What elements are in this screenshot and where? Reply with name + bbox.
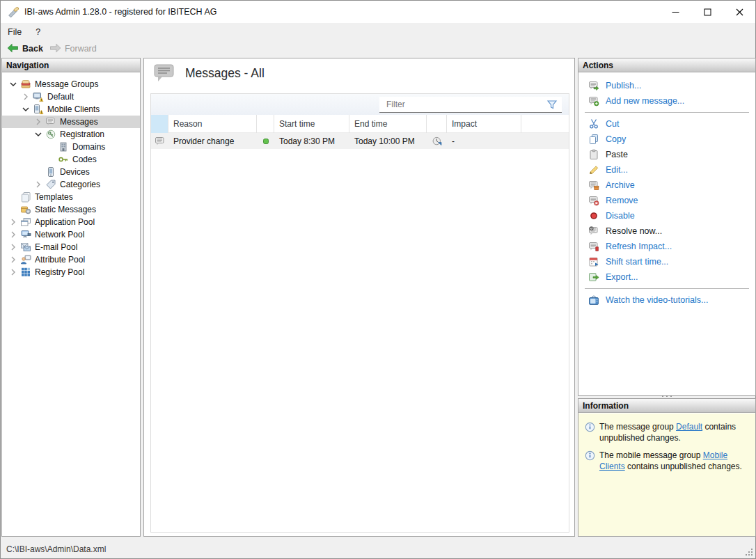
action-publish[interactable]: Publish... bbox=[578, 78, 755, 93]
back-button[interactable]: Back bbox=[6, 43, 43, 55]
edit-icon bbox=[588, 164, 599, 175]
column-header-blank[interactable] bbox=[257, 115, 274, 133]
chevron-down-icon[interactable] bbox=[8, 79, 19, 90]
main-panel: Messages - All ReasonStart timeEnd timeI… bbox=[143, 58, 575, 537]
info-link-default[interactable]: Default bbox=[676, 422, 702, 432]
column-header-start-time[interactable]: Start time bbox=[274, 115, 349, 133]
chevron-right-icon[interactable] bbox=[8, 242, 19, 253]
chevron-down-icon[interactable] bbox=[20, 104, 31, 115]
video-tutorials-icon bbox=[588, 294, 599, 306]
cell-end-time: Today 10:00 PM bbox=[349, 133, 427, 149]
info-text: The message group Default contains unpub… bbox=[599, 421, 744, 443]
tree-item-templates[interactable]: Templates bbox=[2, 191, 140, 203]
cell-start-time: Today 8:30 PM bbox=[274, 133, 349, 149]
tree-item-devices[interactable]: Devices bbox=[2, 166, 140, 178]
app-window: IBI-aws Admin 1.28.0 - registered for IB… bbox=[0, 0, 756, 559]
toolbar: Back Forward bbox=[1, 40, 755, 57]
action-paste[interactable]: Paste bbox=[578, 147, 755, 162]
tree-item-registry-pool[interactable]: Registry Pool bbox=[2, 266, 140, 278]
close-button[interactable] bbox=[723, 1, 755, 23]
chevron-right-icon[interactable] bbox=[33, 179, 44, 190]
window-title: IBI-aws Admin 1.28.0 - registered for IB… bbox=[24, 7, 217, 17]
export-icon bbox=[588, 271, 599, 283]
cell-reason: Provider change bbox=[168, 133, 257, 149]
chevron-right-icon[interactable] bbox=[20, 91, 31, 102]
action-label: Refresh Impact... bbox=[606, 242, 672, 251]
info-icon bbox=[585, 450, 595, 461]
panel-splitter[interactable] bbox=[578, 393, 756, 398]
resize-grip[interactable] bbox=[744, 547, 754, 557]
action-label: Publish... bbox=[606, 81, 641, 90]
action-cut[interactable]: Cut bbox=[578, 116, 755, 132]
chevron-right-icon[interactable] bbox=[8, 267, 19, 278]
column-header-blank[interactable] bbox=[151, 115, 168, 133]
info-link-mobile-clients[interactable]: Mobile Clients bbox=[599, 450, 727, 471]
tree-item-label: Application Pool bbox=[35, 217, 95, 227]
minimize-button[interactable] bbox=[659, 1, 691, 23]
tree-item-label: Default bbox=[47, 92, 74, 102]
action-watch-the-video-tutorials[interactable]: Watch the video-tutorials... bbox=[578, 292, 755, 308]
action-archive[interactable]: Archive bbox=[578, 178, 755, 193]
action-refresh-impact[interactable]: Refresh Impact... bbox=[578, 239, 755, 254]
action-resolve-now[interactable]: Resolve now... bbox=[578, 223, 755, 239]
chevron-right-icon[interactable] bbox=[8, 254, 19, 265]
tree-item-domains[interactable]: Domains bbox=[2, 141, 140, 153]
forward-arrow-icon bbox=[49, 43, 65, 55]
column-header-reason[interactable]: Reason bbox=[168, 115, 257, 133]
actions-panel: Actions Publish...Add new message...CutC… bbox=[578, 58, 756, 396]
tree-item-attribute-pool[interactable]: Attribute Pool bbox=[2, 253, 140, 266]
column-header-impact[interactable]: Impact bbox=[447, 115, 521, 133]
tree-item-messages[interactable]: Messages bbox=[2, 116, 140, 128]
copy-icon bbox=[588, 134, 599, 145]
chevron-down-icon[interactable] bbox=[33, 129, 44, 140]
chevron-right-icon[interactable] bbox=[33, 116, 44, 127]
attribute-pool-icon bbox=[20, 254, 31, 265]
tree-item-static-messages[interactable]: Static Messages bbox=[2, 203, 140, 216]
maximize-button[interactable] bbox=[691, 1, 723, 23]
tree-item-label: Devices bbox=[60, 167, 90, 177]
disable-icon bbox=[588, 210, 599, 221]
column-header-end-time[interactable]: End time bbox=[349, 115, 427, 133]
action-label: Resolve now... bbox=[606, 226, 662, 236]
tree-item-registration[interactable]: Registration bbox=[2, 128, 140, 141]
tree-item-message-groups[interactable]: Message Groups bbox=[2, 78, 140, 90]
action-remove[interactable]: Remove bbox=[578, 193, 755, 208]
cell-impact: - bbox=[447, 133, 521, 149]
actions-separator bbox=[585, 112, 749, 113]
tree-item-e-mail-pool[interactable]: E-mail Pool bbox=[2, 241, 140, 253]
table-header: ReasonStart timeEnd timeImpact bbox=[151, 115, 569, 133]
tree-item-network-pool[interactable]: Network Pool bbox=[2, 228, 140, 241]
forward-button[interactable]: Forward bbox=[49, 43, 97, 55]
chevron-right-icon[interactable] bbox=[8, 229, 19, 240]
tree-item-label: Messages bbox=[60, 117, 98, 127]
static-messages-icon bbox=[20, 204, 31, 215]
info-text: The mobile message group Mobile Clients … bbox=[599, 450, 744, 472]
menu-help[interactable]: ? bbox=[29, 24, 47, 40]
action-add-new-message[interactable]: Add new message... bbox=[578, 93, 755, 109]
information-panel: Information The message group Default co… bbox=[578, 398, 756, 537]
column-header-blank[interactable] bbox=[427, 115, 447, 133]
action-label: Shift start time... bbox=[606, 257, 668, 267]
tree-item-codes[interactable]: Codes bbox=[2, 153, 140, 166]
filter-input[interactable] bbox=[379, 100, 546, 109]
menu-file[interactable]: File bbox=[1, 24, 29, 40]
chevron-right-icon[interactable] bbox=[8, 216, 19, 228]
tree-item-mobile-clients[interactable]: Mobile Clients bbox=[2, 103, 140, 116]
status-active-icon bbox=[257, 133, 274, 149]
tree-item-application-pool[interactable]: Application Pool bbox=[2, 216, 140, 228]
action-disable[interactable]: Disable bbox=[578, 208, 755, 223]
tree-item-categories[interactable]: Categories bbox=[2, 178, 140, 191]
impact-pending-icon bbox=[427, 133, 447, 149]
action-edit[interactable]: Edit... bbox=[578, 162, 755, 178]
action-copy[interactable]: Copy bbox=[578, 132, 755, 147]
info-item: The message group Default contains unpub… bbox=[585, 421, 750, 443]
titlebar: IBI-aws Admin 1.28.0 - registered for IB… bbox=[1, 1, 755, 23]
tree-item-default[interactable]: Default bbox=[2, 90, 140, 103]
table-row[interactable]: Provider changeToday 8:30 PMToday 10:00 … bbox=[151, 133, 569, 149]
registration-icon bbox=[45, 129, 56, 140]
action-export[interactable]: Export... bbox=[578, 269, 755, 285]
action-shift-start-time[interactable]: Shift start time... bbox=[578, 254, 755, 269]
tree-indent bbox=[8, 191, 19, 203]
filter-funnel-icon[interactable] bbox=[546, 98, 558, 111]
tree-indent bbox=[45, 141, 56, 152]
